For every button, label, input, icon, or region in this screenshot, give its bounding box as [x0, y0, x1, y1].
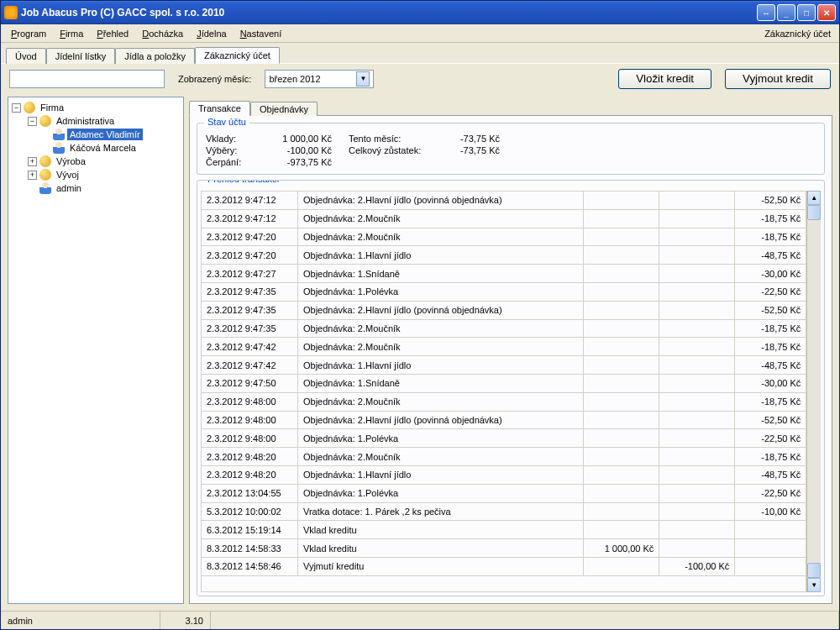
tree-panel[interactable]: − Firma −AdministrativaAdamec VladimírKá… [8, 97, 184, 604]
stat-value: 1 000,00 Kč [256, 134, 349, 144]
stat-label: Vklady: [206, 134, 256, 144]
table-row[interactable]: 2.3.2012 9:48:00Objednávka: 2.Moučník-18… [202, 392, 806, 411]
statusbar: admin 3.10 [1, 611, 839, 629]
table-row[interactable]: 8.3.2012 14:58:33Vklad kreditu1 000,00 K… [202, 539, 806, 558]
table-row[interactable]: 2.3.2012 9:48:00Objednávka: 2.Hlavní jíd… [202, 411, 806, 429]
month-value: březen 2012 [269, 74, 320, 84]
menu-přehled[interactable]: Přehled [90, 27, 135, 40]
table-row[interactable]: 8.3.2012 14:58:46Vyjmutí kreditu-100,00 … [202, 557, 806, 575]
tree-toggle [41, 144, 50, 153]
table-row[interactable]: 2.3.2012 9:47:42Objednávka: 2.Moučník-18… [202, 338, 806, 356]
account-state-title: Stav účtu [204, 117, 249, 127]
search-input[interactable] [9, 70, 165, 88]
table-row[interactable]: 5.3.2012 10:00:02Vratka dotace: 1. Párek… [202, 502, 806, 521]
app-icon [4, 6, 18, 19]
transactions-title: Přehled transakcí [204, 180, 283, 184]
minimize-button[interactable]: _ [777, 4, 795, 21]
tree-item[interactable]: Káčová Marcela [67, 142, 139, 154]
tree-toggle[interactable]: + [28, 157, 37, 166]
menu-nastavení[interactable]: Nastavení [234, 27, 289, 40]
menu-program[interactable]: Program [4, 27, 53, 40]
group-icon [39, 155, 51, 167]
tree-item[interactable]: admin [54, 182, 84, 194]
stat-value: -973,75 Kč [256, 157, 349, 167]
window-title: Job Abacus Pro (C) GACC spol. s r.o. 201… [21, 7, 757, 18]
tree-toggle[interactable]: + [28, 171, 37, 180]
tree-root-label[interactable]: Firma [38, 102, 66, 113]
menu-docházka[interactable]: Docházka [135, 27, 190, 40]
status-user: admin [1, 612, 160, 629]
scroll-down-icon[interactable]: ▼ [807, 578, 821, 592]
titlebar: Job Abacus Pro (C) GACC spol. s r.o. 201… [1, 1, 839, 24]
table-row[interactable]: 2.3.2012 9:47:12Objednávka: 2.Moučník-18… [202, 209, 806, 228]
table-row[interactable]: 2.3.2012 9:47:27Objednávka: 1.Snídaně-30… [202, 265, 806, 283]
maximize-button[interactable]: □ [797, 4, 816, 21]
table-row[interactable]: 2.3.2012 9:47:20Objednávka: 1.Hlavní jíd… [202, 246, 806, 265]
deposit-button[interactable]: Vložit kredit [618, 69, 711, 89]
menubar-right-label: Zákaznický účet [764, 29, 836, 39]
table-row[interactable]: 2.3.2012 13:04:55Objednávka: 1.Polévka-2… [202, 484, 806, 502]
table-row[interactable]: 2.3.2012 9:47:12Objednávka: 2.Hlavní jíd… [202, 192, 806, 210]
group-icon [39, 115, 51, 127]
menu-firma[interactable]: Firma [53, 27, 90, 40]
stat-value: -73,75 Kč [449, 134, 517, 144]
status-version: 3.10 [160, 612, 211, 629]
withdraw-button[interactable]: Vyjmout kredit [725, 69, 831, 89]
table-row[interactable]: 2.3.2012 9:48:00Objednávka: 1.Polévka-22… [202, 429, 806, 448]
menu-jídelna[interactable]: Jídelna [190, 27, 233, 40]
month-label: Zobrazený měsíc: [178, 74, 251, 84]
menubar: ProgramFirmaPřehledDocházkaJídelnaNastav… [1, 24, 839, 43]
table-row[interactable]: 2.3.2012 9:47:42Objednávka: 1.Hlavní jíd… [202, 356, 806, 375]
inner-tab-objednávky[interactable]: Objednávky [250, 102, 318, 116]
stat-value: -73,75 Kč [449, 145, 517, 155]
table-row[interactable]: 6.3.2012 15:19:14Vklad kreditu [202, 521, 806, 539]
group-icon [39, 169, 51, 181]
tree-toggle[interactable]: − [12, 103, 21, 113]
person-icon [53, 142, 65, 154]
tab-jídelní-lístky[interactable]: Jídelní lístky [46, 48, 116, 64]
table-row[interactable]: 2.3.2012 9:47:50Objednávka: 1.Snídaně-30… [202, 374, 806, 392]
tab-jídla-a-položky[interactable]: Jídla a položky [115, 48, 195, 64]
person-icon [53, 129, 65, 140]
stat-label: Tento měsíc: [349, 134, 449, 144]
table-row[interactable]: 2.3.2012 9:47:20Objednávka: 2.Moučník-18… [202, 228, 806, 246]
tree-toggle [41, 130, 50, 139]
tab-úvod[interactable]: Úvod [6, 48, 46, 64]
group-icon [24, 102, 35, 113]
tree-item[interactable]: Výroba [54, 155, 88, 167]
transactions-table[interactable]: 2.3.2012 9:47:12Objednávka: 2.Hlavní jíd… [201, 191, 806, 592]
main-tabbar: ÚvodJídelní lístkyJídla a položkyZákazni… [1, 43, 839, 63]
stat-value: -100,00 Kč [256, 145, 349, 155]
person-icon [39, 182, 51, 194]
stat-label [349, 157, 449, 167]
month-combo[interactable]: březen 2012 ▼ [265, 70, 374, 88]
inner-tab-transakce[interactable]: Transakce [189, 101, 250, 116]
stat-value [449, 157, 517, 167]
table-row[interactable]: 2.3.2012 9:47:35Objednávka: 1.Polévka-22… [202, 282, 806, 301]
scroll-up-icon[interactable]: ▲ [807, 191, 821, 205]
tree-item[interactable]: Administrativa [54, 115, 117, 127]
table-row[interactable]: 2.3.2012 9:47:35Objednávka: 2.Hlavní jíd… [202, 301, 806, 319]
toolbar: Zobrazený měsíc: březen 2012 ▼ Vložit kr… [1, 63, 839, 93]
table-row[interactable]: 2.3.2012 9:48:20Objednávka: 1.Hlavní jíd… [202, 465, 806, 484]
sync-button[interactable]: ↔ [757, 4, 775, 21]
stat-label: Výběry: [206, 145, 256, 155]
chevron-down-icon: ▼ [356, 71, 370, 87]
tree-item[interactable]: Vývoj [54, 169, 81, 181]
close-button[interactable]: ✕ [817, 4, 836, 21]
table-row[interactable]: 2.3.2012 9:47:35Objednávka: 2.Moučník-18… [202, 319, 806, 338]
table-row[interactable]: 2.3.2012 9:48:20Objednávka: 2.Moučník-18… [202, 448, 806, 466]
stat-label: Čerpání: [206, 157, 256, 167]
tab-zákaznický-účet[interactable]: Zákaznický účet [195, 47, 280, 64]
tree-toggle[interactable]: − [28, 117, 37, 126]
tree-item[interactable]: Adamec Vladimír [67, 129, 143, 140]
vertical-scrollbar[interactable]: ▲ ▼ [806, 191, 821, 592]
inner-tabs: TransakceObjednávky [189, 97, 832, 115]
stat-label: Celkový zůstatek: [349, 145, 449, 155]
tree-toggle [28, 184, 37, 193]
